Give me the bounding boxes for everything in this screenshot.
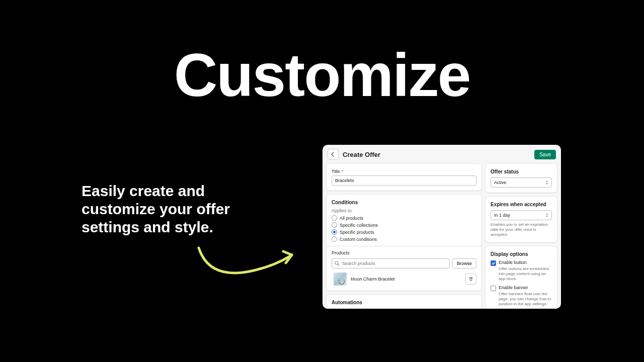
product-row: Moon Charm Bracelet xyxy=(332,273,476,286)
browse-button[interactable]: Browse xyxy=(452,258,476,268)
display-options-heading: Display options xyxy=(491,251,552,257)
delete-product-button[interactable] xyxy=(465,274,476,285)
title-card: Title * xyxy=(327,164,481,191)
create-offer-panel: Create Offer Save Title * Conditions App… xyxy=(323,145,561,309)
trash-icon xyxy=(468,277,473,282)
page-title: Create Offer xyxy=(343,151,530,158)
svg-line-1 xyxy=(338,264,340,266)
offer-status-select[interactable]: Active xyxy=(491,177,552,188)
expires-help: Enables you to set an expiration date fo… xyxy=(491,222,552,237)
automations-heading: Automations xyxy=(332,300,476,305)
product-name: Moon Charm Bracelet xyxy=(351,277,461,282)
back-button[interactable] xyxy=(328,149,339,160)
offer-status-card: Offer status Active xyxy=(486,164,557,193)
conditions-heading: Conditions xyxy=(332,200,476,205)
arrow-icon xyxy=(194,244,299,287)
title-label: Title * xyxy=(332,169,476,174)
radio-specific-products[interactable]: Specific products xyxy=(332,229,476,235)
search-products-input[interactable] xyxy=(332,258,450,268)
offer-status-heading: Offer status xyxy=(491,169,552,174)
search-icon xyxy=(335,261,340,266)
product-thumbnail xyxy=(334,273,347,286)
arrow-left-icon xyxy=(331,152,336,157)
save-button[interactable]: Save xyxy=(534,150,556,159)
applies-to-label: Applies to: xyxy=(332,208,476,213)
expires-heading: Expires when accepted xyxy=(491,202,552,207)
chevron-updown-icon xyxy=(545,180,548,185)
automations-card: Automations xyxy=(327,295,481,309)
display-options-card: Display options Enable button Offer butt… xyxy=(486,246,557,309)
conditions-card: Conditions Applies to: All products Spec… xyxy=(327,195,481,291)
products-heading: Products xyxy=(332,250,476,255)
enable-button-help: Offer buttons are embedded into page con… xyxy=(499,266,552,282)
applies-to-radios: All products Specific collections Specif… xyxy=(332,215,476,242)
chevron-updown-icon xyxy=(545,213,548,217)
enable-banner-checkbox[interactable]: Enable banner xyxy=(491,285,552,291)
panel-header: Create Offer Save xyxy=(323,145,561,164)
radio-custom-conditions[interactable]: Custom conditions xyxy=(332,236,476,242)
hero-tagline: Easily create and customize your offer s… xyxy=(82,182,263,236)
title-input[interactable] xyxy=(332,175,476,186)
expires-card: Expires when accepted In 1 day Enables y… xyxy=(486,197,557,242)
radio-all-products[interactable]: All products xyxy=(332,215,476,221)
enable-banner-help: Offer banners float over the page, you c… xyxy=(499,292,552,307)
hero-headline: Customize xyxy=(0,40,644,110)
expires-select[interactable]: In 1 day xyxy=(491,210,552,220)
radio-specific-collections[interactable]: Specific collections xyxy=(332,222,476,228)
enable-button-checkbox[interactable]: Enable button xyxy=(491,260,552,266)
